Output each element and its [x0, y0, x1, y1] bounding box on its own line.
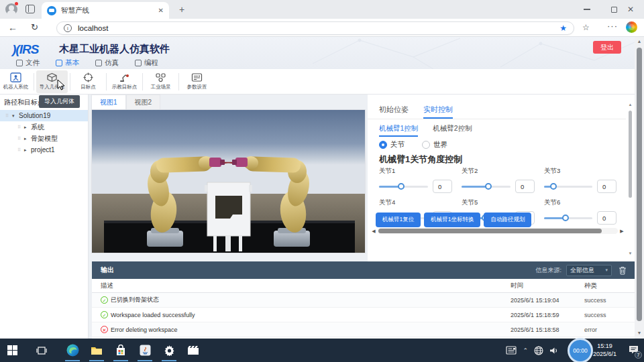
caret-down-icon[interactable]: ▾	[12, 113, 19, 119]
scroll-down-icon[interactable]: ▼	[627, 251, 633, 255]
joint1-slider[interactable]	[379, 182, 428, 190]
logout-button[interactable]: 登出	[593, 41, 621, 54]
url-text[interactable]: localhost	[78, 24, 559, 32]
caret-right-icon[interactable]: ▸	[24, 147, 31, 153]
log-row[interactable]: ✕ Error deleting workspace 2025/6/1 15:1…	[92, 322, 635, 337]
app-taskbar-icon[interactable]	[133, 339, 157, 362]
menu-simulation[interactable]: 仿真	[95, 56, 119, 69]
scroll-right-icon[interactable]: ▶	[618, 229, 626, 234]
tree-item-project1[interactable]: ⠿ ▸ project1	[0, 144, 88, 156]
caret-right-icon[interactable]: ▸	[24, 125, 31, 130]
tab-view1[interactable]: 视图1	[91, 95, 126, 109]
new-tab-button[interactable]: +	[176, 4, 188, 16]
menu-programming[interactable]: 编程	[135, 56, 158, 69]
copilot-icon[interactable]	[626, 21, 637, 33]
tab-arm2-control[interactable]: 机械臂2控制	[433, 124, 472, 137]
joint3-slider[interactable]	[544, 182, 592, 190]
settings-taskbar-icon[interactable]	[157, 339, 181, 362]
log-row[interactable]: ✓ 已切换到骨架状态 2025/6/1 15:19:04 success	[92, 293, 635, 308]
tree-item-skeleton-model[interactable]: ⠿ ▸ 骨架模型	[0, 133, 88, 144]
slider-thumb[interactable]	[550, 183, 557, 190]
scrollbar-thumb[interactable]	[637, 48, 642, 321]
drag-handle-icon[interactable]: ⠿	[17, 136, 24, 141]
scroll-down-icon[interactable]: ▼	[635, 330, 644, 335]
slider-thumb[interactable]	[485, 183, 492, 190]
workspaces-icon[interactable]	[25, 5, 35, 13]
recording-timer-bubble[interactable]: 00:00	[568, 338, 593, 362]
scroll-up-icon[interactable]: ▲	[627, 103, 633, 107]
tree-item-system[interactable]: ⠿ ▸ 系统	[0, 121, 88, 133]
store-taskbar-icon[interactable]	[109, 339, 133, 362]
java-app-icon	[140, 345, 151, 356]
column-time: 时间	[511, 282, 584, 290]
window-close-button[interactable]: ✕	[617, 0, 644, 19]
radio-world[interactable]: 世界	[422, 140, 447, 149]
clear-log-icon[interactable]	[619, 266, 627, 275]
arm1-reset-button[interactable]: 机械臂1复位	[376, 213, 421, 227]
site-info-icon[interactable]: i	[64, 24, 72, 32]
tab-realtime-control[interactable]: 实时控制	[423, 105, 453, 119]
joint2-slider[interactable]	[462, 182, 511, 190]
favorite-star-icon[interactable]: ★	[559, 23, 567, 33]
address-bar[interactable]: i localhost ★	[56, 21, 574, 35]
start-button[interactable]	[0, 339, 24, 362]
scene-icon	[155, 72, 166, 82]
menu-file[interactable]: 文件	[16, 56, 40, 69]
refresh-button[interactable]: ↻	[31, 22, 38, 32]
joint2-value-input[interactable]	[515, 180, 535, 193]
parameter-settings-button[interactable]: 参数设置	[181, 70, 213, 93]
widgets-news-icon[interactable]	[506, 346, 517, 355]
joint6-slider[interactable]	[544, 214, 592, 222]
favorites-bar-icon[interactable]: ☆	[582, 23, 590, 32]
output-columns: 描述 时间 种类	[92, 279, 635, 293]
video-app-taskbar-icon[interactable]	[181, 339, 205, 362]
column-description: 描述	[101, 282, 511, 290]
drag-handle-icon[interactable]: ⠿	[5, 113, 12, 119]
drag-handle-icon[interactable]: ⠿	[17, 125, 24, 130]
taskbar-clock[interactable]: 15:19 2025/6/1	[593, 342, 616, 358]
joint6-value-input[interactable]	[597, 211, 616, 225]
task-view-button[interactable]	[30, 339, 54, 362]
robot-system-button[interactable]: 机器人系统	[0, 70, 32, 93]
network-globe-icon[interactable]	[534, 346, 543, 355]
back-button[interactable]: ←	[8, 22, 17, 33]
toolbar-divider	[34, 73, 34, 90]
slider-thumb[interactable]	[562, 215, 569, 221]
speaker-icon[interactable]	[549, 347, 559, 355]
tree-item-solution[interactable]: ⠿ ▾ Solution19	[0, 110, 88, 121]
joint3-value-input[interactable]	[597, 180, 616, 193]
target-point-button[interactable]: 目标点	[72, 70, 104, 93]
drag-handle-icon[interactable]: ⠿	[17, 147, 24, 153]
edge-taskbar-icon[interactable]	[60, 339, 85, 362]
scrollbar-thumb[interactable]	[378, 229, 602, 233]
log-row[interactable]: ✓ Workspace loaded successfully 2025/6/1…	[92, 308, 635, 322]
tab-close-icon[interactable]: ✕	[158, 7, 164, 14]
auto-path-planning-button[interactable]: 自动路径规划	[484, 213, 531, 227]
browser-tab[interactable]: 智慧产线 ✕	[42, 2, 169, 19]
browser-urlbar: ← ↻ i localhost ★ ☆ ···	[0, 19, 644, 37]
3d-viewport[interactable]	[91, 109, 366, 253]
browser-menu-icon[interactable]: ···	[607, 21, 618, 31]
panel-vertical-scrollbar[interactable]: ▲ ▼	[627, 103, 633, 260]
scroll-left-icon[interactable]: ◀	[370, 229, 378, 234]
notification-center-button[interactable]: 7	[629, 345, 639, 357]
tab-initial-pose[interactable]: 初始位姿	[379, 105, 409, 119]
source-select[interactable]: 全部信息 ▾	[566, 265, 612, 276]
arm1-coord-transform-button[interactable]: 机械臂1坐标转换	[424, 213, 480, 227]
page-scrollbar[interactable]: ▲ ▼	[635, 37, 644, 339]
file-explorer-taskbar-icon[interactable]	[85, 339, 109, 362]
scroll-up-icon[interactable]: ▲	[635, 39, 644, 44]
joint1-value-input[interactable]	[433, 180, 452, 193]
caret-right-icon[interactable]: ▸	[24, 136, 31, 141]
window-minimize-button[interactable]	[574, 0, 600, 19]
horizontal-scrollbar[interactable]: ◀ ▶	[370, 227, 626, 235]
slider-thumb[interactable]	[398, 183, 405, 190]
scrollbar-thumb[interactable]	[629, 111, 632, 198]
tray-expand-icon[interactable]: ⌃	[523, 347, 528, 354]
menu-basic[interactable]: 基本	[56, 56, 79, 69]
industrial-scene-button[interactable]: 工业场景	[145, 70, 176, 93]
tab-arm1-control[interactable]: 机械臂1控制	[379, 124, 418, 137]
radio-joint[interactable]: 关节	[379, 140, 405, 149]
teach-target-button[interactable]: 示教目标点	[109, 70, 140, 93]
tab-view2[interactable]: 视图2	[126, 95, 161, 109]
